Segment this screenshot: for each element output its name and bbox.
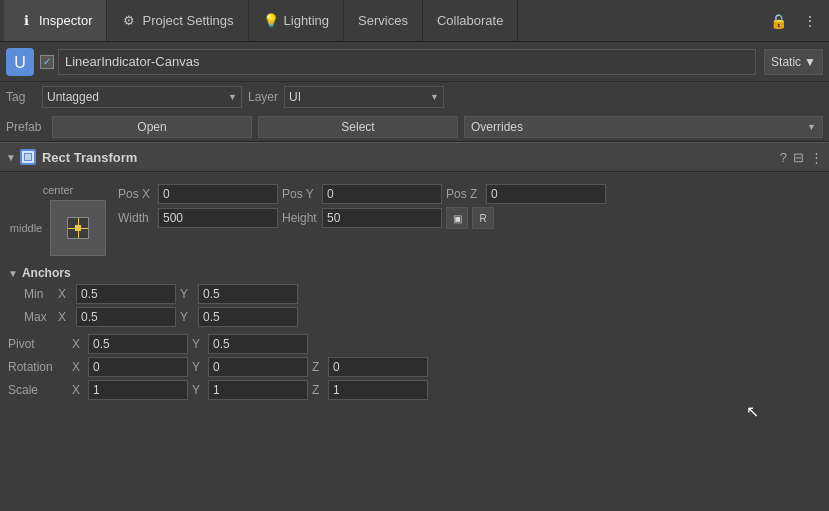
anchor-widget: center middle	[8, 184, 108, 256]
pivot-x-label: X	[72, 337, 84, 351]
tag-value: Untagged	[47, 90, 99, 104]
tag-dropdown-arrow-icon: ▼	[228, 92, 237, 102]
height-label: Height	[282, 211, 318, 225]
anchor-max-x-label: X	[58, 310, 72, 324]
layer-label: Layer	[248, 90, 278, 104]
rotation-z-input[interactable]	[328, 357, 428, 377]
fields-section: Pos X Pos Y Pos Z Width Height ▣ R	[118, 184, 821, 232]
rect-transform-icon	[20, 149, 36, 165]
width-input[interactable]	[158, 208, 278, 228]
lock-icon[interactable]: 🔒	[762, 13, 795, 29]
anchor-visual[interactable]	[50, 200, 106, 256]
gameobject-enabled-checkbox[interactable]	[40, 55, 54, 69]
anchor-min-label: Min	[24, 287, 54, 301]
anchor-max-x-input[interactable]	[76, 307, 176, 327]
pos-x-input[interactable]	[158, 184, 278, 204]
section-collapse-arrow-icon[interactable]: ▼	[6, 152, 16, 163]
rotation-z-label: Z	[312, 360, 324, 374]
prefab-label: Prefab	[6, 120, 46, 134]
svg-text:U: U	[14, 54, 26, 71]
anchors-section: ▼ Anchors Min X Y Max X Y	[0, 266, 829, 327]
pivot-x-input[interactable]	[88, 334, 188, 354]
anchor-inner	[67, 217, 89, 239]
anchor-max-label: Max	[24, 310, 54, 324]
anchor-min-y-input[interactable]	[198, 284, 298, 304]
help-icon[interactable]: ?	[780, 150, 787, 165]
layer-dropdown-arrow-icon: ▼	[430, 92, 439, 102]
scale-y-input[interactable]	[208, 380, 308, 400]
tab-collaborate-label: Collaborate	[437, 13, 504, 28]
reset-size-icon[interactable]: R	[472, 207, 494, 229]
rotation-y-label: Y	[192, 360, 204, 374]
tab-services[interactable]: Services	[344, 0, 423, 41]
rect-transform-section-header: ▼ Rect Transform ? ⊟ ⋮	[0, 142, 829, 172]
static-label: Static	[771, 55, 801, 69]
width-label: Width	[118, 211, 154, 225]
scale-x-label: X	[72, 383, 84, 397]
anchor-min-y-label: Y	[180, 287, 194, 301]
prefab-row: Prefab Open Select Overrides ▼	[0, 112, 829, 142]
tab-services-label: Services	[358, 13, 408, 28]
pivot-row: Pivot X Y	[8, 334, 821, 354]
height-input[interactable]	[322, 208, 442, 228]
lighting-icon: 💡	[263, 13, 279, 29]
project-settings-icon: ⚙	[121, 13, 137, 29]
open-label: Open	[137, 120, 166, 134]
anchor-max-y-label: Y	[180, 310, 194, 324]
more-icon[interactable]: ⋮	[810, 150, 823, 165]
anchors-title: Anchors	[22, 266, 71, 280]
pos-y-input[interactable]	[322, 184, 442, 204]
rect-transform-content: center middle Pos X Pos Y P	[0, 172, 829, 413]
static-button[interactable]: Static ▼	[764, 49, 823, 75]
transform-rows: Pivot X Y Rotation X Y Z Scale X Y Z	[0, 330, 829, 407]
rotation-label: Rotation	[8, 360, 68, 374]
tab-inspector[interactable]: ℹ Inspector	[4, 0, 107, 41]
pivot-y-input[interactable]	[208, 334, 308, 354]
pos-y-label: Pos Y	[282, 187, 318, 201]
svg-rect-4	[25, 154, 31, 160]
open-button[interactable]: Open	[52, 116, 252, 138]
overrides-arrow-icon: ▼	[807, 122, 816, 132]
section-actions: ? ⊟ ⋮	[780, 150, 823, 165]
tag-dropdown[interactable]: Untagged ▼	[42, 86, 242, 108]
rect-transform-title: Rect Transform	[42, 150, 780, 165]
select-button[interactable]: Select	[258, 116, 458, 138]
scale-x-input[interactable]	[88, 380, 188, 400]
tab-project-settings[interactable]: ⚙ Project Settings	[107, 0, 248, 41]
tab-inspector-label: Inspector	[39, 13, 92, 28]
scale-z-input[interactable]	[328, 380, 428, 400]
layer-dropdown[interactable]: UI ▼	[284, 86, 444, 108]
pos-z-input[interactable]	[486, 184, 606, 204]
tab-bar: ℹ Inspector ⚙ Project Settings 💡 Lightin…	[0, 0, 829, 42]
anchors-collapse-icon: ▼	[8, 268, 18, 279]
rotation-x-label: X	[72, 360, 84, 374]
pos-x-label: Pos X	[118, 187, 154, 201]
anchor-max-row: Max X Y	[24, 307, 821, 327]
anchors-header[interactable]: ▼ Anchors	[8, 266, 821, 280]
anchor-max-y-input[interactable]	[198, 307, 298, 327]
tab-lighting[interactable]: 💡 Lighting	[249, 0, 345, 41]
anchor-top-label: center	[43, 184, 74, 196]
tag-layer-row: Tag Untagged ▼ Layer UI ▼	[0, 82, 829, 112]
tab-project-settings-label: Project Settings	[142, 13, 233, 28]
gameobject-name-input[interactable]	[58, 49, 756, 75]
tab-lighting-label: Lighting	[284, 13, 330, 28]
anchor-dot	[75, 225, 81, 231]
anchor-side-label: middle	[10, 222, 42, 234]
more-options-icon[interactable]: ⋮	[795, 13, 825, 29]
rt-layout: center middle Pos X Pos Y P	[0, 178, 829, 262]
gameobject-header: U Static ▼	[0, 42, 829, 82]
layout-icon[interactable]: ⊟	[793, 150, 804, 165]
pos-row: Pos X Pos Y Pos Z	[118, 184, 821, 204]
constrain-proportions-icon[interactable]: ▣	[446, 207, 468, 229]
rotation-y-input[interactable]	[208, 357, 308, 377]
tag-label: Tag	[6, 90, 36, 104]
overrides-dropdown[interactable]: Overrides ▼	[464, 116, 823, 138]
rotation-x-input[interactable]	[88, 357, 188, 377]
size-row: Width Height ▣ R	[118, 207, 821, 229]
scale-row: Scale X Y Z	[8, 380, 821, 400]
tab-collaborate[interactable]: Collaborate	[423, 0, 519, 41]
rotation-row: Rotation X Y Z	[8, 357, 821, 377]
anchor-min-x-input[interactable]	[76, 284, 176, 304]
layer-value: UI	[289, 90, 301, 104]
